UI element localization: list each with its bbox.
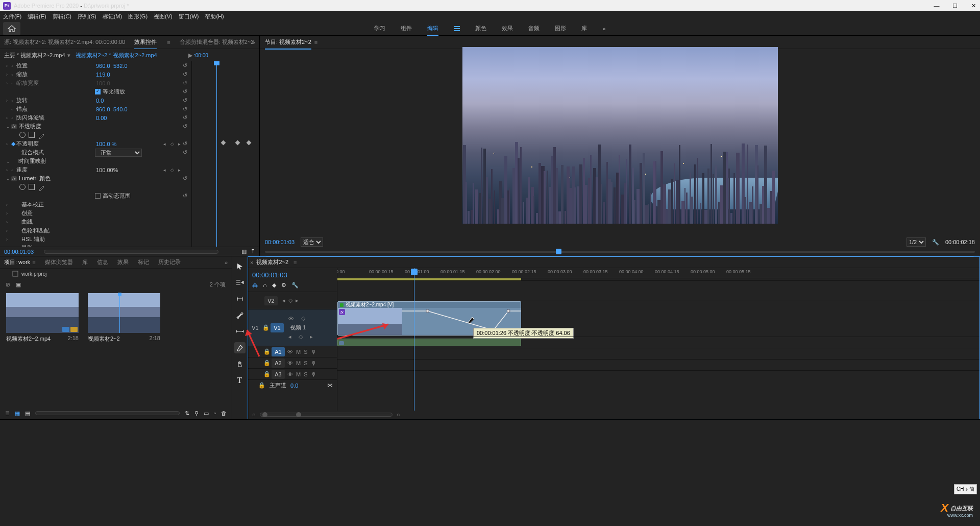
reset-scalew[interactable]: ↺ bbox=[183, 80, 187, 86]
speed-keyframe-nav[interactable]: ◂ ◇ ▸ bbox=[163, 168, 182, 173]
kf-next-icon[interactable]: ▸ bbox=[310, 333, 313, 340]
project-overflow[interactable]: » bbox=[225, 259, 228, 266]
program-fit-select[interactable]: 适合 bbox=[301, 237, 323, 247]
tab-audio-mixer[interactable]: 音频剪辑混合器: 视频素材2~2 bbox=[180, 38, 254, 46]
voice-icon[interactable]: 🎙 bbox=[311, 360, 316, 366]
ec-icon-2[interactable]: ⤒ bbox=[251, 248, 255, 255]
minimize-button[interactable]: — bbox=[933, 3, 940, 9]
maximize-button[interactable]: ☐ bbox=[951, 3, 959, 9]
project-item[interactable]: 视频素材2~2.mp42:18 bbox=[6, 293, 79, 343]
anchor-x[interactable]: 960.0 bbox=[96, 106, 110, 112]
reset-rotation[interactable]: ↺ bbox=[183, 97, 187, 104]
tab-history[interactable]: 历史记录 bbox=[158, 258, 181, 266]
project-item[interactable]: 视频素材2~22:18 bbox=[88, 293, 160, 343]
rotation-value[interactable]: 0.0 bbox=[96, 98, 104, 104]
track-select-tool[interactable] bbox=[234, 277, 246, 288]
tab-effects[interactable]: 效果 bbox=[117, 258, 129, 266]
new-item-icon[interactable]: ▫ bbox=[214, 410, 216, 416]
ec-master-clip[interactable]: 主要 * 视频素材2~2.mp4 bbox=[4, 52, 65, 59]
workspace-editing[interactable]: 编辑 bbox=[427, 25, 438, 36]
tab-info[interactable]: 信息 bbox=[97, 258, 108, 266]
mute-icon[interactable]: 👁 bbox=[287, 349, 293, 355]
reset-flicker[interactable]: ↺ bbox=[183, 114, 187, 121]
program-resolution-select[interactable]: 1/2 bbox=[906, 237, 926, 247]
close-sequence-icon[interactable]: × bbox=[250, 259, 253, 266]
ec-icon-1[interactable]: ▥ bbox=[241, 248, 247, 255]
ime-indicator[interactable]: CH ♪ 简 bbox=[954, 484, 977, 494]
ellipse-mask-icon[interactable] bbox=[19, 184, 26, 190]
prop-scale[interactable]: 缩放 bbox=[16, 70, 28, 78]
track-a3[interactable]: 🔒A3👁MS🎙 bbox=[248, 368, 337, 379]
timeline-tracks-area[interactable]: 00:0000:00:00:1500:00:01:0000:00:01:1500… bbox=[337, 268, 979, 411]
timeline-panel-menu-icon[interactable]: ≡ bbox=[293, 259, 297, 266]
lock-icon[interactable]: 🔒 bbox=[262, 324, 270, 331]
wrench-icon[interactable]: 🔧 bbox=[291, 282, 299, 289]
reset-uniform[interactable]: ↺ bbox=[183, 88, 187, 95]
track-v1[interactable]: V1 🔒 V1 👁◇ 视频 1 ◂◇▸ bbox=[248, 309, 337, 346]
sort-icon[interactable]: ⇅ bbox=[185, 410, 189, 417]
menu-edit[interactable]: 编辑(E) bbox=[28, 13, 46, 20]
rect-mask-icon[interactable] bbox=[29, 184, 35, 190]
v1-tag[interactable]: V1 bbox=[271, 323, 284, 332]
slip-tool[interactable] bbox=[234, 326, 246, 337]
lock-icon[interactable]: 🔒 bbox=[263, 371, 271, 377]
pen-tool[interactable] bbox=[234, 342, 246, 353]
voice-icon[interactable]: 🎙 bbox=[311, 349, 316, 355]
speed-value[interactable]: 100.00% bbox=[96, 167, 118, 173]
marker-icon[interactable]: ◆ bbox=[272, 282, 276, 289]
type-tool[interactable]: T bbox=[234, 375, 246, 386]
anchor-y[interactable]: 540.0 bbox=[113, 106, 128, 112]
track-a1[interactable]: 🔒A1👁MS🎙 bbox=[248, 346, 337, 357]
ellipse-mask-icon[interactable] bbox=[19, 132, 26, 138]
position-y[interactable]: 532.0 bbox=[113, 63, 128, 69]
menu-marker[interactable]: 标记(M) bbox=[103, 13, 122, 20]
menu-sequence[interactable]: 序列(S) bbox=[78, 13, 96, 20]
workspace-graphics[interactable]: 图形 bbox=[555, 25, 566, 32]
hand-tool[interactable] bbox=[234, 358, 246, 370]
lumetri-curves[interactable]: 曲线 bbox=[21, 218, 33, 226]
workspace-learn[interactable]: 学习 bbox=[374, 25, 385, 32]
track-a2[interactable]: 🔒A2👁MS🎙 bbox=[248, 357, 337, 368]
freeform-view-icon[interactable]: ▤ bbox=[25, 410, 30, 417]
timeline-zoom-in[interactable]: ○ bbox=[397, 412, 400, 418]
workspace-library[interactable]: 库 bbox=[581, 25, 587, 32]
workspace-effects[interactable]: 效果 bbox=[502, 25, 513, 32]
a1-tag[interactable]: A1 bbox=[272, 347, 285, 356]
program-scrub[interactable] bbox=[265, 248, 975, 256]
a3-tag[interactable]: A3 bbox=[272, 370, 285, 379]
timeline-zoom-slider[interactable] bbox=[260, 413, 393, 417]
selection-tool[interactable] bbox=[234, 260, 246, 272]
lumetri-hsl[interactable]: HSL 辅助 bbox=[21, 235, 45, 243]
kf-add-icon[interactable]: ◇ bbox=[299, 333, 303, 340]
blend-mode-select[interactable]: 正常 bbox=[95, 149, 142, 157]
timeline-playhead[interactable] bbox=[414, 268, 414, 411]
project-item-thumb[interactable] bbox=[88, 293, 160, 333]
camera-icon[interactable]: ▣ bbox=[16, 281, 21, 288]
toggle-sync-icon[interactable]: ◇ bbox=[288, 297, 292, 304]
pen-mask-icon[interactable] bbox=[38, 132, 45, 139]
v2-tag[interactable]: V2 bbox=[264, 296, 278, 305]
project-item-thumb[interactable] bbox=[6, 293, 79, 333]
toggle-mute-icon[interactable]: ◇ bbox=[301, 315, 305, 322]
scale-value[interactable]: 119.0 bbox=[96, 71, 110, 78]
reset-opacity[interactable]: ↺ bbox=[183, 140, 187, 147]
group-timeremap[interactable]: 时间重映射 bbox=[18, 157, 46, 165]
clip-fx-badge[interactable]: fx bbox=[339, 309, 345, 315]
ec-keyframe[interactable] bbox=[221, 140, 226, 146]
toggle-output-icon[interactable]: 👁 bbox=[288, 316, 294, 322]
flicker-value[interactable]: 0.00 bbox=[96, 115, 107, 121]
ec-sequence-clip[interactable]: 视频素材2~2 * 视频素材2~2.mp4 bbox=[76, 52, 157, 59]
fx-badge-opacity[interactable]: fx bbox=[11, 124, 17, 129]
filter-icon[interactable]: ⎚ bbox=[6, 281, 10, 288]
snap-icon[interactable]: ⁂ bbox=[252, 282, 258, 289]
a2-tag[interactable]: A2 bbox=[272, 358, 285, 368]
kf-prev-icon[interactable]: ◂ bbox=[288, 333, 291, 340]
panel-menu-icon[interactable]: ≡ bbox=[167, 39, 170, 45]
list-view-icon[interactable]: ≣ bbox=[5, 410, 10, 417]
reset-blend[interactable]: ↺ bbox=[183, 149, 187, 156]
link-icon[interactable]: ∩ bbox=[263, 282, 267, 289]
position-x[interactable]: 960.0 bbox=[96, 63, 110, 69]
voice-icon[interactable]: 🎙 bbox=[311, 371, 316, 377]
mute-icon[interactable]: 👁 bbox=[287, 360, 293, 366]
lock-icon[interactable]: 🔒 bbox=[258, 382, 265, 389]
